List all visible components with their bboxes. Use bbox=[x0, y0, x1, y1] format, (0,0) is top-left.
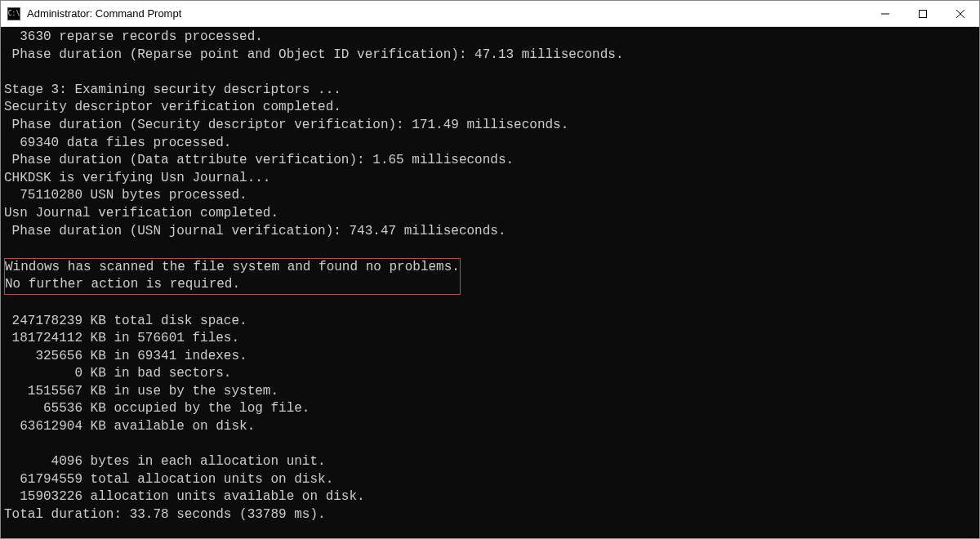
command-prompt-window: C:\ Administrator: Command Prompt 3630 r… bbox=[0, 0, 980, 539]
output-line: Security descriptor verification complet… bbox=[4, 100, 341, 114]
output-line: CHKDSK is verifying Usn Journal... bbox=[4, 171, 270, 185]
result-line-1: Windows has scanned the file system and … bbox=[5, 260, 460, 274]
output-line: Total duration: 33.78 seconds (33789 ms)… bbox=[4, 507, 326, 522]
terminal-output[interactable]: 3630 reparse records processed. Phase du… bbox=[1, 27, 979, 538]
output-line: Phase duration (USN journal verification… bbox=[4, 224, 506, 238]
output-line: 1515567 KB in use by the system. bbox=[4, 384, 278, 399]
result-line-2: No further action is required. bbox=[5, 277, 460, 292]
output-line: 15903226 allocation units available on d… bbox=[4, 489, 365, 504]
output-line: Stage 3: Examining security descriptors … bbox=[4, 82, 341, 97]
maximize-button[interactable] bbox=[904, 1, 942, 26]
output-line: Usn Journal verification completed. bbox=[4, 206, 278, 220]
output-line: 247178239 KB total disk space. bbox=[4, 314, 247, 328]
output-line: Phase duration (Security descriptor veri… bbox=[4, 118, 568, 132]
minimize-button[interactable] bbox=[866, 1, 904, 26]
output-line: 61794559 total allocation units on disk. bbox=[4, 472, 333, 487]
output-line: 4096 bytes in each allocation unit. bbox=[4, 454, 326, 469]
close-button[interactable] bbox=[942, 1, 979, 26]
output-line: 69340 data files processed. bbox=[4, 136, 231, 150]
output-line: 65536 KB occupied by the log file. bbox=[4, 401, 310, 416]
output-line: Phase duration (Data attribute verificat… bbox=[4, 153, 514, 167]
maximize-icon bbox=[919, 10, 927, 18]
minimize-icon bbox=[881, 10, 889, 18]
close-icon bbox=[956, 10, 964, 18]
output-line: 75110280 USN bytes processed. bbox=[4, 188, 247, 203]
cmd-icon: C:\ bbox=[7, 7, 20, 20]
output-line: 63612904 KB available on disk. bbox=[4, 419, 255, 434]
output-line: 181724112 KB in 576601 files. bbox=[4, 331, 239, 345]
output-line: 0 KB in bad sectors. bbox=[4, 366, 231, 381]
window-title: Administrator: Command Prompt bbox=[27, 7, 866, 20]
result-highlight-box: Windows has scanned the file system and … bbox=[4, 258, 461, 295]
output-line: Phase duration (Reparse point and Object… bbox=[4, 47, 624, 62]
output-line: 325656 KB in 69341 indexes. bbox=[4, 349, 247, 363]
window-controls bbox=[866, 1, 979, 26]
title-bar[interactable]: C:\ Administrator: Command Prompt bbox=[1, 1, 979, 27]
svg-rect-1 bbox=[920, 10, 927, 17]
output-line: 3630 reparse records processed. bbox=[4, 29, 263, 44]
